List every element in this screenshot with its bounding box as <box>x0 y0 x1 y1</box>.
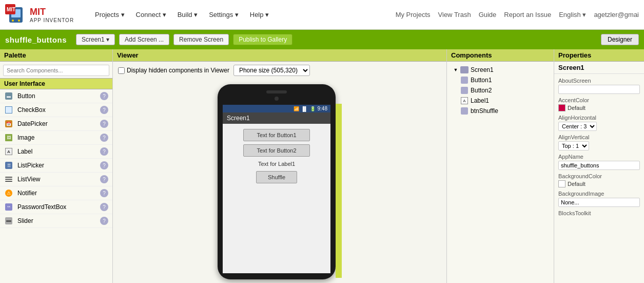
tree-item-button2[interactable]: Button2 <box>450 85 551 96</box>
project-title: shuffle_buttons <box>5 35 67 44</box>
prop-alignhorizontal-label: AlignHorizontal <box>558 115 640 121</box>
remove-screen-button[interactable]: Remove Screen <box>173 34 229 45</box>
prop-accentcolor-value[interactable]: Default <box>558 104 640 111</box>
top-navbar: MIT MIT APP INVENTOR Projects ▾ Connect … <box>0 0 644 30</box>
battery-icon: 🔋 <box>310 106 316 111</box>
nav-user[interactable]: agetzler@gmai <box>594 11 639 18</box>
prop-backgroundcolor-value[interactable]: Default <box>558 180 640 187</box>
hidden-components-label: Display hidden components in Viewer <box>127 67 229 74</box>
palette-datepicker-help[interactable]: ? <box>100 120 108 128</box>
palette-search-input[interactable] <box>3 65 109 76</box>
palette-image-help[interactable]: ? <box>100 134 108 142</box>
slider-icon <box>4 216 13 225</box>
tree-item-screen1[interactable]: ▼ Screen1 <box>450 65 551 75</box>
phone-size-select[interactable]: Phone size (505,320) <box>233 65 310 76</box>
nav-help[interactable]: Help ▾ <box>245 8 274 22</box>
phone-label1: Text for Label1 <box>257 160 296 168</box>
palette-listpicker-label: ListPicker <box>17 162 100 169</box>
tree-item-btnshuffle[interactable]: btnShuffle <box>450 106 551 116</box>
notifier-icon: ⚠ <box>4 188 13 198</box>
prop-aboutscreen-label: AboutScreen <box>558 78 640 84</box>
button-icon: ▬ <box>4 91 13 101</box>
palette-passwordtextbox-label: PasswordTextBox <box>17 203 100 211</box>
components-tree: ▼ Screen1 Button1 Button2 <box>447 62 554 283</box>
publish-to-gallery-button[interactable]: Publish to Gallery <box>233 34 292 45</box>
phone-button1: Text for Button1 <box>243 129 310 141</box>
alignvertical-select[interactable]: Top : 1 <box>558 141 589 150</box>
prop-blockstoolkit-label: BlocksToolkit <box>558 210 640 216</box>
logo-icon: MIT <box>5 4 27 26</box>
svg-text:MIT: MIT <box>7 7 15 12</box>
palette-label-label: Label <box>17 148 100 155</box>
prop-appname-input[interactable] <box>558 161 640 170</box>
palette-item-label[interactable]: A Label ? <box>0 145 112 159</box>
tree-item-label1[interactable]: A Label1 <box>450 96 551 106</box>
nav-report-issue[interactable]: Report an Issue <box>504 11 551 18</box>
properties-header: Properties <box>554 49 644 62</box>
prop-backgroundcolor: BackgroundColor Default <box>554 172 644 189</box>
palette-item-slider[interactable]: Slider ? <box>0 214 112 228</box>
palette-slider-help[interactable]: ? <box>100 217 108 225</box>
phone-camera-area <box>275 97 279 103</box>
status-time: 9:48 <box>318 106 327 111</box>
palette-item-passwordtextbox[interactable]: ** PasswordTextBox ? <box>0 200 112 214</box>
palette-label-help[interactable]: ? <box>100 147 108 156</box>
svg-point-3 <box>12 20 14 22</box>
palette-button-label: Button <box>17 92 100 100</box>
palette-button-help[interactable]: ? <box>100 92 108 100</box>
tree-item-button1[interactable]: Button1 <box>450 75 551 85</box>
prop-backgroundimage-input[interactable] <box>558 198 640 207</box>
palette-item-checkbox[interactable]: CheckBox ? <box>0 103 112 117</box>
palette-items-list: ▬ Button ? CheckBox ? 📅 DatePicker ? 🖼 I… <box>0 89 112 283</box>
components-panel: Components ▼ Screen1 Button1 Button2 <box>446 49 554 283</box>
listview-icon <box>4 175 13 184</box>
prop-appname-label: AppName <box>558 154 640 160</box>
datepicker-icon: 📅 <box>4 119 13 128</box>
tree-expand-screen1[interactable]: ▼ <box>452 66 459 73</box>
designer-button[interactable]: Designer <box>601 34 639 45</box>
palette-listpicker-help[interactable]: ? <box>100 161 108 169</box>
prop-alignvertical-value: Top : 1 <box>558 141 640 150</box>
palette-item-datepicker[interactable]: 📅 DatePicker ? <box>0 117 112 131</box>
nav-english[interactable]: English ▾ <box>559 11 586 18</box>
hidden-components-checkbox[interactable] <box>118 67 125 74</box>
palette-item-image[interactable]: 🖼 Image ? <box>0 131 112 145</box>
palette-passwordtextbox-help[interactable]: ? <box>100 203 108 211</box>
nav-guide[interactable]: Guide <box>479 11 497 18</box>
palette-item-notifier[interactable]: ⚠ Notifier ? <box>0 186 112 200</box>
screen1-dropdown-button[interactable]: Screen1 ▾ <box>76 34 115 45</box>
listpicker-icon: ☰ <box>4 161 13 170</box>
palette-image-label: Image <box>17 134 100 141</box>
nav-build[interactable]: Build ▾ <box>172 8 203 22</box>
phone-camera <box>275 97 279 101</box>
yellow-stripe <box>336 104 342 278</box>
viewer-header: Viewer <box>113 49 446 62</box>
phone-content: Text for Button1 Text for Button2 Text f… <box>223 124 330 273</box>
palette-item-listview[interactable]: ListView ? <box>0 173 112 186</box>
properties-list: AboutScreen AccentColor Default AlignHor… <box>554 74 644 283</box>
palette-notifier-help[interactable]: ? <box>100 189 108 197</box>
prop-blockstoolkit: BlocksToolkit <box>554 209 644 219</box>
palette-item-button[interactable]: ▬ Button ? <box>0 89 112 103</box>
prop-accentcolor-label: AccentColor <box>558 97 640 103</box>
add-screen-button[interactable]: Add Screen ... <box>119 34 169 45</box>
palette-item-listpicker[interactable]: ☰ ListPicker ? <box>0 159 112 173</box>
palette-listview-help[interactable]: ? <box>100 175 108 183</box>
prop-aboutscreen-input[interactable] <box>558 85 640 94</box>
backgroundcolor-text: Default <box>568 181 586 187</box>
nav-right: My Projects View Trash Guide Report an I… <box>396 11 639 18</box>
alignhorizontal-select[interactable]: Center : 3 <box>558 122 597 131</box>
prop-backgroundimage-label: BackgroundImage <box>558 191 640 197</box>
nav-view-trash[interactable]: View Trash <box>438 11 471 18</box>
phone-button2: Text for Button2 <box>243 144 310 157</box>
nav-connect[interactable]: Connect ▾ <box>131 8 171 22</box>
tree-label1-label: Label1 <box>471 97 489 104</box>
nav-settings[interactable]: Settings ▾ <box>204 8 244 22</box>
btnshuffle-icon <box>460 107 469 115</box>
palette-checkbox-help[interactable]: ? <box>100 106 108 114</box>
tree-button1-label: Button1 <box>471 77 492 84</box>
nav-my-projects[interactable]: My Projects <box>396 11 431 18</box>
image-icon: 🖼 <box>4 133 13 142</box>
backgroundcolor-swatch <box>558 180 565 187</box>
nav-projects[interactable]: Projects ▾ <box>90 8 130 22</box>
